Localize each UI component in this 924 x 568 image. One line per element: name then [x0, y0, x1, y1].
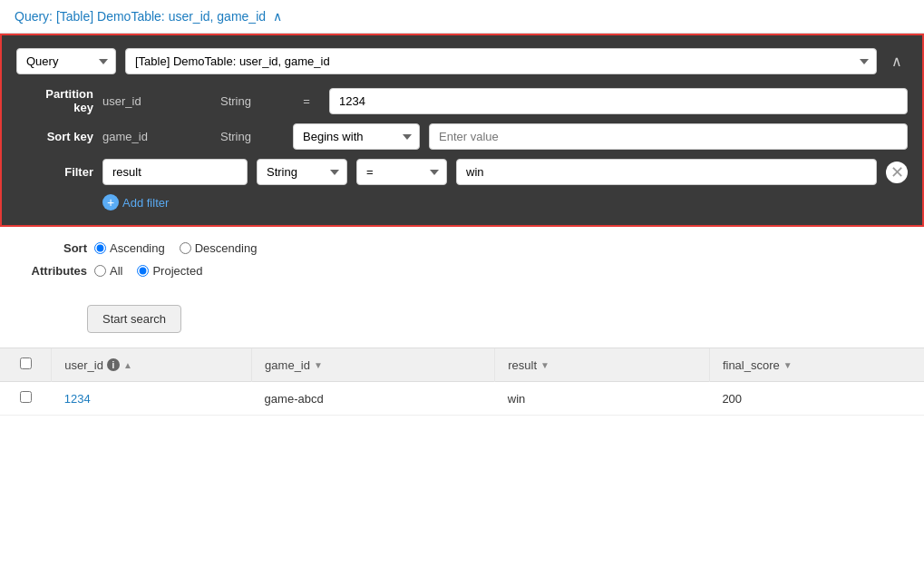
sort-key-type: String	[220, 130, 284, 143]
filter-label: Filter	[16, 165, 93, 179]
partition-key-label: Partitionkey	[16, 87, 93, 114]
final-score-sort-icon[interactable]: ▼	[783, 360, 793, 370]
game-id-sort-icon[interactable]: ▼	[314, 360, 323, 370]
sort-key-row: Sort key game_id String Begins with = ≤ …	[16, 123, 908, 150]
partition-key-operator: =	[293, 94, 320, 108]
table-select[interactable]: [Table] DemoTable: user_id, game_id	[125, 48, 877, 74]
add-filter-row: + Add filter	[16, 194, 908, 211]
results-table-area: user_id i ▲ game_id ▼ result	[0, 348, 924, 568]
attributes-all-option[interactable]: All	[94, 264, 122, 278]
attributes-projected-option[interactable]: Projected	[137, 264, 202, 278]
final-score-column-label: final_score	[723, 358, 780, 372]
game-id-column-label: game_id	[265, 358, 310, 372]
sort-radio-group: Ascending Descending	[94, 241, 257, 255]
attributes-radio-group: All Projected	[94, 264, 202, 278]
partition-key-row: Partitionkey user_id String =	[16, 87, 908, 114]
sort-key-label: Sort key	[16, 130, 93, 143]
result-sort-icon[interactable]: ▼	[540, 360, 550, 370]
table-row: 1234 game-abcd win 200	[0, 382, 924, 416]
result-column-label: result	[508, 358, 537, 372]
table-header-user-id: user_id i ▲	[52, 348, 252, 382]
filter-value-input[interactable]	[456, 159, 877, 185]
filter-operator-select[interactable]: = ≠ ≤ ≥ < > Between Begins with Contains…	[356, 159, 447, 185]
select-all-checkbox[interactable]	[20, 357, 32, 369]
collapse-icon[interactable]: ∧	[273, 9, 282, 24]
start-search-button[interactable]: Start search	[87, 305, 181, 333]
table-header-game-id: game_id ▼	[252, 348, 495, 382]
row-checkbox-cell	[0, 382, 52, 416]
attributes-projected-radio[interactable]	[137, 265, 149, 277]
row-result: win	[495, 382, 710, 416]
add-filter-icon: +	[102, 194, 119, 211]
add-filter-label: Add filter	[122, 196, 169, 210]
add-filter-button[interactable]: + Add filter	[102, 194, 169, 211]
sort-ascending-label: Ascending	[110, 241, 165, 255]
table-header-final-score: final_score ▼	[709, 348, 924, 382]
panel-collapse-button[interactable]: ∧	[886, 49, 908, 73]
page-wrapper: Query: [Table] DemoTable: user_id, game_…	[0, 0, 924, 568]
partition-key-value-input[interactable]	[329, 88, 908, 114]
filter-row: Filter String Number Binary Boolean Null…	[16, 159, 908, 185]
title-bar-text: Query: [Table] DemoTable: user_id, game_…	[15, 9, 266, 24]
sort-label: Sort	[15, 241, 87, 255]
attributes-all-label: All	[110, 264, 122, 278]
row-game-id: game-abcd	[252, 382, 495, 416]
sort-descending-option[interactable]: Descending	[180, 241, 258, 255]
partition-key-field: user_id	[102, 94, 211, 108]
row-user-id[interactable]: 1234	[52, 382, 252, 416]
title-bar: Query: [Table] DemoTable: user_id, game_…	[0, 0, 924, 34]
sort-key-operator-select[interactable]: Begins with = ≤ ≥ < > Between	[293, 123, 420, 150]
results-table: user_id i ▲ game_id ▼ result	[0, 348, 924, 416]
attributes-all-radio[interactable]	[94, 265, 106, 277]
search-btn-row: Start search	[0, 298, 924, 348]
sort-descending-label: Descending	[195, 241, 258, 255]
row-final-score: 200	[709, 382, 924, 416]
options-area: Sort Ascending Descending Attributes All	[0, 227, 924, 298]
sort-ascending-option[interactable]: Ascending	[94, 241, 165, 255]
query-panel: Query Scan [Table] DemoTable: user_id, g…	[0, 34, 924, 227]
attributes-projected-label: Projected	[152, 264, 202, 278]
user-id-info-icon: i	[107, 358, 120, 371]
filter-type-select[interactable]: String Number Binary Boolean Null	[257, 159, 347, 185]
remove-filter-button[interactable]: ✕	[886, 162, 908, 183]
attributes-row: Attributes All Projected	[15, 264, 909, 278]
sort-key-value-input[interactable]	[429, 123, 908, 150]
table-header-result: result ▼	[495, 348, 710, 382]
attributes-label: Attributes	[15, 264, 87, 278]
query-top-row: Query Scan [Table] DemoTable: user_id, g…	[16, 48, 908, 74]
sort-key-field: game_id	[102, 130, 211, 143]
table-header-checkbox-cell	[0, 348, 52, 382]
query-type-select[interactable]: Query Scan	[16, 48, 116, 74]
filter-field-input[interactable]	[102, 159, 248, 185]
row-checkbox[interactable]	[20, 391, 32, 403]
user-id-sort-icon[interactable]: ▲	[123, 360, 132, 370]
partition-key-type: String	[220, 94, 284, 108]
user-id-column-label: user_id	[64, 358, 103, 372]
sort-row: Sort Ascending Descending	[15, 241, 909, 255]
table-header-row: user_id i ▲ game_id ▼ result	[0, 348, 924, 382]
sort-ascending-radio[interactable]	[94, 242, 106, 254]
sort-descending-radio[interactable]	[180, 242, 191, 254]
